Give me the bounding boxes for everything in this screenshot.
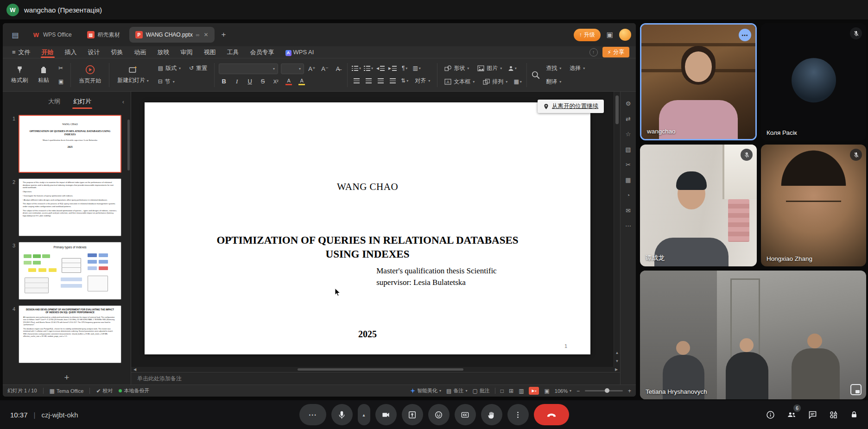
reset-button[interactable]: ↺重置 <box>186 63 210 74</box>
zoom-slider[interactable] <box>585 390 623 391</box>
wps-home-button[interactable]: ▤ <box>7 28 23 41</box>
translate-button[interactable]: 翻译▾ <box>543 76 564 87</box>
menu-tab-view[interactable]: 视图 <box>198 46 222 58</box>
layout-button[interactable]: ▤版式▾ <box>155 63 184 74</box>
panel-scrollbar[interactable] <box>127 120 130 170</box>
participants-button[interactable]: 6 <box>786 410 797 420</box>
menu-tab-slideshow[interactable]: 放映 <box>152 46 175 58</box>
menu-tab-tools[interactable]: 工具 <box>222 46 245 58</box>
previous-slide-icon[interactable]: ▲ <box>614 351 620 355</box>
slideshow-play-button[interactable]: ▶▾ <box>529 387 539 395</box>
wps-account-avatar[interactable] <box>619 29 631 41</box>
arrange-button[interactable]: 排列▾ <box>480 76 510 87</box>
picture-button[interactable]: 图片▾ <box>475 63 505 74</box>
history-icon[interactable]: ◔ <box>627 192 630 199</box>
next-slide-icon[interactable]: ▼ <box>614 359 620 363</box>
reactions-button[interactable] <box>428 404 450 425</box>
more-tools-icon[interactable]: ⋯ <box>625 222 631 229</box>
font-color-button[interactable]: A <box>284 78 294 85</box>
decrease-indent-button[interactable]: ◂ <box>376 63 385 73</box>
device-options-chevron[interactable]: ▴ <box>358 404 370 425</box>
activities-button[interactable] <box>829 410 838 420</box>
play-from-current-button[interactable]: 当页开始 <box>75 63 105 87</box>
slide-title[interactable]: WANG CHAO <box>145 181 590 193</box>
decrease-font-button[interactable]: A⁻ <box>320 63 330 74</box>
scrollbar-thumb[interactable] <box>615 95 619 124</box>
underline-button[interactable]: U <box>245 76 255 87</box>
slide-sorter-icon[interactable]: ⊞ <box>509 388 513 394</box>
slide-thumbnail-2[interactable]: The purpose of this study is to examine … <box>19 178 121 236</box>
upload-icon[interactable]: ↑ <box>589 48 598 57</box>
object-fill-button[interactable]: ▦▾ <box>513 77 522 86</box>
align-left-button[interactable] <box>352 76 361 85</box>
scroll-right-icon[interactable]: ▶ <box>613 367 620 372</box>
textbox-button[interactable]: A 文本框▾ <box>442 76 477 87</box>
clear-format-button[interactable]: A̶ <box>333 63 343 74</box>
menu-file[interactable]: ≡ 文件 <box>6 48 36 57</box>
tab-document[interactable]: P WANG CHAO.pptx ∞ ✕ <box>129 27 215 43</box>
chat-button[interactable] <box>808 410 817 420</box>
justify-button[interactable] <box>388 76 397 85</box>
zoom-slider-thumb[interactable] <box>605 388 609 393</box>
end-call-button[interactable] <box>534 404 569 425</box>
normal-view-icon[interactable]: □ <box>501 388 504 394</box>
add-slide-button[interactable]: + <box>3 371 131 385</box>
menu-tab-design[interactable]: 设计 <box>82 46 106 58</box>
increase-font-button[interactable]: A⁺ <box>307 63 317 74</box>
vertical-scrollbar[interactable]: ▲ ▼ <box>614 92 620 367</box>
bullet-list-button[interactable]: ▾ <box>352 63 361 73</box>
superscript-button[interactable]: X² <box>271 76 281 87</box>
link-icon[interactable]: ∞ <box>196 32 200 38</box>
slide-heading[interactable]: OPTIMIZATION OF QUERIES IN RELATIONAL DA… <box>208 233 527 261</box>
align-center-button[interactable] <box>364 76 373 85</box>
close-tab-icon[interactable]: ✕ <box>204 32 209 38</box>
tab-docer[interactable]: ▦ 稻壳素材 <box>81 27 126 43</box>
more-options-button[interactable] <box>507 404 529 425</box>
zoom-level[interactable]: 106%▾ <box>555 388 571 394</box>
comment-tool-icon[interactable]: ✉ <box>626 207 631 214</box>
slide-thumbnail-1[interactable]: WANG CHAO OPTIMIZATION OF QUERIES IN REL… <box>19 115 121 173</box>
participant-tile-tetiana[interactable]: Tetiana Hryshanovych <box>640 271 866 399</box>
backup-status[interactable]: 本地备份开 <box>119 387 149 394</box>
fullscreen-icon[interactable]: ▣ <box>544 388 549 394</box>
present-button[interactable] <box>402 404 423 425</box>
participant-tile-kolya[interactable]: Коля Расік <box>761 23 866 140</box>
material-icon[interactable]: ▧ <box>625 146 631 153</box>
scroll-left-icon[interactable]: ◀ <box>131 367 139 372</box>
cut-tool-icon[interactable]: ✂ <box>626 161 631 168</box>
slide-subtitle[interactable]: Master's qualification thesis Scientific… <box>376 265 555 288</box>
align-right-button[interactable] <box>376 76 385 85</box>
notes-button[interactable]: ▤备注▾ <box>446 387 467 394</box>
menu-tab-transition[interactable]: 切换 <box>106 46 129 58</box>
menu-tab-member[interactable]: 会员专享 <box>245 46 280 58</box>
effects-button[interactable]: ⋯ <box>299 404 326 425</box>
strikethrough-button[interactable]: S <box>258 76 268 87</box>
meeting-details-button[interactable] <box>766 410 775 420</box>
zoom-in-icon[interactable]: + <box>628 388 631 394</box>
increase-indent-button[interactable]: ▸ <box>388 63 397 73</box>
slides-tab[interactable]: 幻灯片 <box>72 95 92 107</box>
new-tab-button[interactable]: + <box>218 30 230 39</box>
section-button[interactable]: ⊟节▾ <box>155 76 184 87</box>
participant-tile-hongxiao[interactable]: Hongxiao Zhang <box>761 145 866 266</box>
sync-icon[interactable]: ⇄ <box>626 115 631 122</box>
participant-tile-wangchao[interactable]: ⋯ wangchao <box>640 23 757 140</box>
camera-button[interactable] <box>375 404 397 425</box>
copy-button[interactable]: ▣ <box>56 76 66 87</box>
collapse-panel-icon[interactable]: ‹ <box>122 98 124 105</box>
chart-tool-icon[interactable]: ▦ <box>625 177 631 183</box>
slide-editor[interactable]: WANG CHAO OPTIMIZATION OF QUERIES IN REL… <box>145 102 590 354</box>
proofing-button[interactable]: ✔校对 <box>96 387 113 394</box>
numbered-list-button[interactable]: ▾ <box>364 63 373 73</box>
shapes-button[interactable]: 形状▾ <box>442 63 472 74</box>
upgrade-button[interactable]: ↑ 升级 <box>574 29 601 41</box>
window-layout-icon[interactable]: ▣ <box>604 31 616 39</box>
slide-year[interactable]: 2025 <box>145 329 590 340</box>
font-size-select[interactable]: ▾ <box>281 63 304 74</box>
italic-button[interactable]: I <box>232 76 242 87</box>
smart-beautify-button[interactable]: 智能美化▾ <box>410 387 441 394</box>
find-button[interactable]: 查找▾ <box>543 63 564 74</box>
zoom-out-icon[interactable]: − <box>577 388 580 394</box>
highlight-color-button[interactable]: A <box>297 78 307 85</box>
participant-tile-tan[interactable]: 谭成龙 <box>640 145 757 266</box>
